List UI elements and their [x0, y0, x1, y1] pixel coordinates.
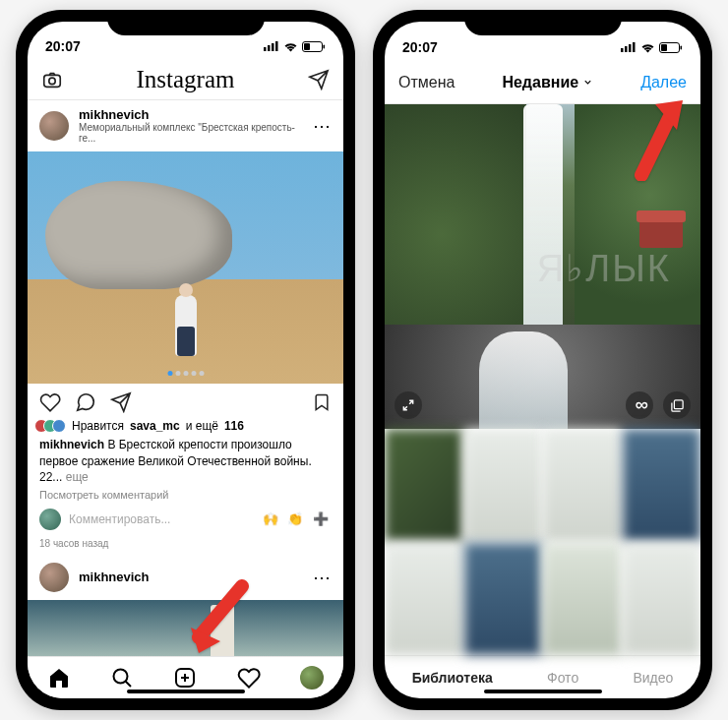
- album-dropdown[interactable]: Недавние: [502, 74, 593, 91]
- post-actions: [28, 384, 343, 417]
- annotation-arrow: [626, 94, 687, 185]
- svg-point-8: [49, 78, 55, 84]
- camera-icon[interactable]: [41, 69, 63, 90]
- home-icon[interactable]: [47, 666, 71, 690]
- svg-rect-17: [633, 42, 636, 52]
- monument-shape: [45, 181, 232, 289]
- ig-header: Instagram: [28, 59, 343, 100]
- likes-prefix: Нравится: [72, 419, 124, 433]
- bookmark-icon[interactable]: [312, 391, 332, 413]
- tab-library[interactable]: Библиотека: [412, 670, 493, 686]
- likes-user[interactable]: sava_mc: [130, 419, 180, 433]
- grid-cell[interactable]: [464, 543, 543, 656]
- post-username[interactable]: mikhnevich: [79, 108, 303, 122]
- chevron-down-icon: [582, 77, 593, 88]
- svg-rect-20: [681, 45, 683, 49]
- add-post-icon[interactable]: [173, 666, 197, 690]
- svg-rect-14: [621, 48, 624, 52]
- view-comments[interactable]: Посмотреть комментарий: [28, 487, 343, 503]
- paper-plane-icon[interactable]: [308, 69, 330, 90]
- avatar[interactable]: [39, 563, 69, 592]
- grid-cell[interactable]: [543, 543, 622, 656]
- svg-rect-6: [324, 44, 326, 48]
- phone-right: 20:07 Отмена Недавние Далее Я♭ЛЫК: [373, 10, 712, 710]
- notch: [107, 10, 265, 35]
- search-icon[interactable]: [110, 666, 134, 690]
- home-indicator[interactable]: [127, 690, 245, 693]
- photo-grid: [385, 429, 700, 655]
- status-indicators: [621, 42, 683, 53]
- avatar: [39, 509, 61, 530]
- likes-and: и ещё: [186, 419, 218, 433]
- grid-cell[interactable]: [623, 543, 701, 656]
- add-comment-row[interactable]: Комментировать... 🙌 👏 ➕: [28, 503, 343, 536]
- heart-icon[interactable]: [39, 391, 61, 413]
- svg-rect-0: [264, 47, 267, 51]
- app-title: Instagram: [137, 66, 235, 93]
- more-options-icon[interactable]: ⋯: [313, 567, 332, 588]
- tab-video[interactable]: Видео: [633, 670, 673, 686]
- profile-icon[interactable]: [300, 666, 324, 690]
- svg-rect-3: [275, 41, 278, 51]
- svg-rect-21: [674, 399, 683, 408]
- post-header[interactable]: mikhnevich Мемориальный комплекс "Брестс…: [28, 100, 343, 151]
- battery-icon: [659, 42, 683, 53]
- screen-picker: 20:07 Отмена Недавние Далее Я♭ЛЫК: [385, 22, 700, 698]
- svg-rect-2: [272, 43, 274, 51]
- next-button[interactable]: Далее: [640, 74, 687, 91]
- grid-cell[interactable]: [543, 429, 622, 542]
- grid-cell[interactable]: [623, 429, 701, 542]
- post-caption: mikhnevich В Брестской крепости произошл…: [28, 435, 343, 487]
- likes-count[interactable]: 116: [224, 419, 244, 433]
- grid-cell[interactable]: [385, 543, 463, 656]
- cancel-button[interactable]: Отмена: [398, 74, 455, 91]
- battery-icon: [302, 41, 326, 52]
- activity-icon[interactable]: [237, 666, 261, 690]
- quick-emoji[interactable]: 🙌 👏 ➕: [263, 511, 332, 526]
- infinity-icon[interactable]: [626, 391, 653, 419]
- post-user-block: mikhnevich Мемориальный комплекс "Брестс…: [79, 108, 303, 144]
- wifi-icon: [640, 42, 655, 53]
- post-location[interactable]: Мемориальный комплекс "Брестская крепост…: [79, 122, 303, 144]
- post-timestamp: 18 часов назад: [28, 536, 343, 555]
- home-indicator[interactable]: [484, 690, 602, 693]
- svg-rect-1: [268, 45, 271, 51]
- phone-left: 20:07 Instagram mikhnevich Мемориальный …: [16, 10, 355, 710]
- status-time: 20:07: [402, 39, 438, 55]
- post-image[interactable]: [28, 151, 343, 384]
- caption-more[interactable]: еще: [66, 470, 89, 484]
- svg-rect-5: [304, 43, 310, 50]
- expand-icon[interactable]: [394, 391, 422, 419]
- avatar[interactable]: [39, 111, 69, 141]
- wifi-icon: [283, 41, 298, 52]
- svg-rect-7: [44, 75, 61, 87]
- grid-cell[interactable]: [385, 429, 463, 542]
- notch: [464, 10, 622, 35]
- annotation-arrow: [185, 578, 254, 661]
- svg-rect-19: [661, 44, 667, 51]
- multi-select-icon[interactable]: [663, 391, 691, 419]
- screen-feed: 20:07 Instagram mikhnevich Мемориальный …: [28, 22, 343, 698]
- svg-line-10: [126, 681, 132, 687]
- signal-icon: [264, 41, 279, 51]
- status-time: 20:07: [45, 38, 81, 54]
- album-label: Недавние: [502, 74, 578, 91]
- person-shape: [175, 295, 197, 356]
- comment-icon[interactable]: [75, 391, 96, 413]
- grid-cell[interactable]: [464, 429, 543, 542]
- post-username[interactable]: mikhnevich: [79, 570, 150, 584]
- likes-row[interactable]: Нравится sava_mc и ещё 116: [28, 417, 343, 435]
- share-icon[interactable]: [110, 391, 132, 413]
- svg-rect-15: [625, 46, 628, 52]
- carousel-dots: [167, 371, 204, 376]
- signal-icon: [621, 42, 637, 52]
- tab-photo[interactable]: Фото: [547, 670, 578, 686]
- likes-avatars: [39, 419, 66, 433]
- svg-rect-16: [629, 44, 632, 52]
- comment-input[interactable]: Комментировать...: [69, 512, 255, 526]
- svg-point-9: [114, 669, 128, 683]
- caption-user[interactable]: mikhnevich: [39, 438, 104, 451]
- status-indicators: [264, 41, 326, 52]
- more-options-icon[interactable]: ⋯: [313, 115, 332, 137]
